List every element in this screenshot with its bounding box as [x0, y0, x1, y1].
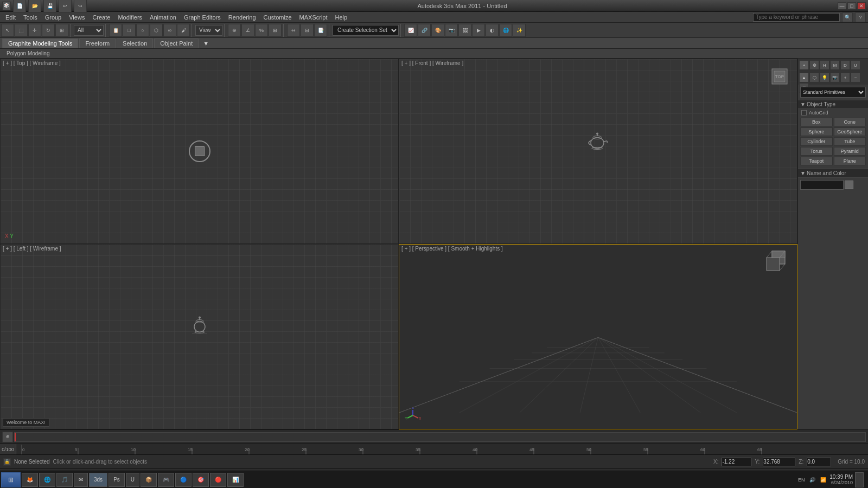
taskbar-app9[interactable]: 🔵 — [175, 473, 192, 487]
rpanel-tab-modify[interactable]: ⚙ — [809, 60, 819, 70]
environment[interactable]: 🌐 — [499, 24, 512, 37]
select-by-name[interactable]: 📋 — [109, 24, 122, 37]
viewport-top[interactable]: [ + ] [ Top ] [ Wireframe ] X Y — [0, 59, 399, 244]
tab-object-paint[interactable]: Object Paint — [154, 38, 199, 48]
lock-icon[interactable]: 🔒 — [3, 458, 11, 466]
menu-views[interactable]: Views — [66, 13, 88, 22]
active-shade[interactable]: ◐ — [486, 24, 499, 37]
layer-mgr[interactable]: 📑 — [314, 24, 327, 37]
spinner-snap[interactable]: ⊞ — [269, 24, 282, 37]
taskbar-firefox[interactable]: 🦊 — [22, 473, 38, 487]
time-ruler[interactable]: 0/100 0 5 10 15 20 25 30 35 40 45 50 — [0, 444, 868, 454]
angle-snap[interactable]: ∠ — [241, 24, 254, 37]
render-frame[interactable]: 🖼 — [458, 24, 471, 37]
tab-selection[interactable]: Selection — [117, 38, 153, 48]
rpanel-tab-hierarchy[interactable]: H — [820, 60, 829, 70]
menu-tools[interactable]: Tools — [20, 13, 41, 22]
snap-toggle[interactable]: ⊕ — [228, 24, 241, 37]
render-setup[interactable]: 📷 — [445, 24, 458, 37]
taskbar-chrome[interactable]: 🌐 — [39, 473, 55, 487]
align[interactable]: ⊟ — [301, 24, 314, 37]
help-icon[interactable]: ? — [855, 12, 866, 22]
viewport-left[interactable]: [ + ] [ Left ] [ Wireframe ] X Z Welcome — [0, 244, 399, 429]
rpanel-spacewarps[interactable]: ~ — [851, 73, 860, 82]
taskbar-itunes[interactable]: 🎵 — [56, 473, 73, 487]
quick-render[interactable]: ▶ — [472, 24, 485, 37]
select-region[interactable]: ⬚ — [15, 24, 28, 37]
effects[interactable]: ✨ — [513, 24, 526, 37]
btn-torus[interactable]: Torus — [800, 147, 833, 156]
undo-btn[interactable]: ↩ — [59, 0, 72, 12]
circ-select[interactable]: ○ — [136, 24, 149, 37]
menu-rendering[interactable]: Rendering — [225, 13, 259, 22]
scale-tool[interactable]: ⊞ — [55, 24, 68, 37]
taskbar-3dsmax[interactable]: 3ds — [89, 473, 107, 487]
menu-animation[interactable]: Animation — [146, 13, 180, 22]
rpanel-tab-utilities[interactable]: U — [851, 60, 860, 70]
object-color-swatch[interactable] — [845, 181, 853, 189]
y-coord[interactable] — [763, 458, 795, 466]
search-input[interactable] — [753, 13, 840, 22]
curve-editor[interactable]: 📈 — [404, 24, 417, 37]
timeline-track[interactable] — [14, 432, 866, 442]
taskbar-app10[interactable]: 🎯 — [193, 473, 209, 487]
menu-modifiers[interactable]: Modifiers — [114, 13, 145, 22]
taskbar-app8[interactable]: 🎮 — [158, 473, 174, 487]
search-button[interactable]: 🔍 — [842, 12, 853, 22]
close-button[interactable]: ✕ — [857, 2, 866, 10]
tab-freeform[interactable]: Freeform — [79, 38, 116, 48]
viewport-perspective[interactable]: [ + ] [ Perspective ] [ Smooth + Highlig… — [399, 244, 797, 429]
paint-select[interactable]: 🖌 — [177, 24, 190, 37]
move-tool[interactable]: ✛ — [28, 24, 41, 37]
show-desktop-btn[interactable] — [855, 472, 864, 487]
rpanel-cameras[interactable]: 📷 — [830, 73, 840, 82]
schematic-view[interactable]: 🔗 — [418, 24, 431, 37]
nav-cube-persp[interactable] — [764, 249, 793, 277]
autogrid-checkbox[interactable] — [801, 110, 807, 115]
btn-box[interactable]: Box — [800, 118, 833, 126]
rpanel-geometry[interactable]: ▲ — [799, 73, 809, 82]
menu-group[interactable]: Group — [42, 13, 65, 22]
name-color-header[interactable]: ▼ Name and Color — [798, 169, 868, 178]
percent-snap[interactable]: % — [255, 24, 268, 37]
lasso-select[interactable]: ∞ — [163, 24, 176, 37]
network-icon[interactable]: 📶 — [819, 476, 827, 484]
rpanel-lights[interactable]: 💡 — [820, 73, 829, 82]
fence-select[interactable]: ⬡ — [150, 24, 163, 37]
speaker-icon[interactable]: 🔊 — [808, 476, 816, 484]
ribbon-extras[interactable]: ▼ — [200, 39, 212, 48]
menu-edit[interactable]: Edit — [2, 13, 19, 22]
btn-cylinder[interactable]: Cylinder — [800, 137, 833, 146]
btn-tube[interactable]: Tube — [834, 137, 866, 146]
taskbar-app11[interactable]: 🔴 — [210, 473, 226, 487]
rpanel-helpers[interactable]: + — [840, 73, 850, 82]
menu-maxscript[interactable]: MAXScript — [296, 13, 331, 22]
new-btn[interactable]: 📄 — [13, 0, 26, 12]
primitive-type-dropdown[interactable]: Standard Primitives — [800, 87, 866, 98]
btn-cone[interactable]: Cone — [834, 118, 866, 126]
sub-polygon-modeling[interactable]: Polygon Modeling — [2, 50, 54, 57]
open-btn[interactable]: 📂 — [28, 0, 41, 12]
rpanel-tab-display[interactable]: D — [840, 60, 850, 70]
rotate-tool[interactable]: ↻ — [42, 24, 55, 37]
taskbar-photoshop[interactable]: Ps — [108, 473, 125, 487]
taskbar-mail[interactable]: ✉ — [74, 473, 88, 487]
save-btn[interactable]: 💾 — [43, 0, 56, 12]
btn-sphere[interactable]: Sphere — [800, 127, 833, 136]
menu-create[interactable]: Create — [89, 13, 113, 22]
start-button[interactable]: ⊞ — [1, 472, 21, 487]
btn-teapot[interactable]: Teapot — [800, 157, 833, 165]
select-tool[interactable]: ↖ — [1, 24, 14, 37]
nav-cube-front[interactable]: TOP — [767, 63, 793, 89]
x-coord[interactable] — [722, 458, 751, 466]
taskbar-unity[interactable]: U — [126, 473, 139, 487]
timeline-add-keys[interactable]: ⊕ — [2, 432, 13, 442]
rpanel-tab-motion[interactable]: M — [830, 60, 840, 70]
minimize-button[interactable]: — — [838, 2, 846, 10]
rect-select[interactable]: □ — [123, 24, 136, 37]
btn-geosphere[interactable]: GeoSphere — [834, 127, 866, 136]
mirror[interactable]: ⇔ — [287, 24, 300, 37]
named-selection[interactable]: Create Selection Set — [333, 25, 399, 36]
taskbar-app12[interactable]: 📊 — [227, 473, 244, 487]
menu-graph-editors[interactable]: Graph Editors — [181, 13, 224, 22]
